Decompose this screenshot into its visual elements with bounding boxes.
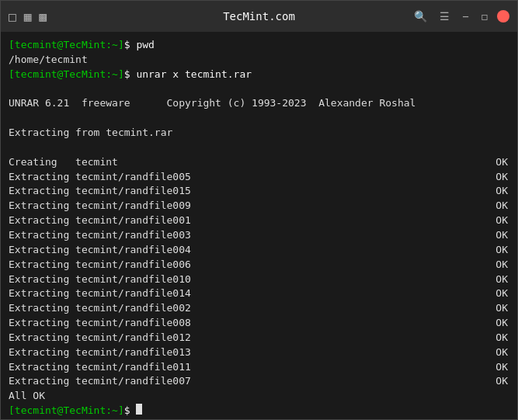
prompt-symbol-1: $ bbox=[124, 38, 137, 53]
extract-empty bbox=[9, 141, 509, 155]
titlebar: □ ▦ ▩ TecMint.com 🔍 ☰ − ◻ ✕ bbox=[1, 1, 517, 32]
prompt-1: [tecmint@TecMint:~] bbox=[9, 38, 124, 53]
table-row: Extracting tecmint/randfile006OK bbox=[9, 258, 509, 272]
unrar-empty-1 bbox=[9, 82, 509, 97]
split-icon[interactable]: ▦ bbox=[24, 9, 32, 24]
search-icon[interactable]: 🔍 bbox=[411, 9, 430, 24]
output-line-1: /home/tecmint bbox=[9, 53, 509, 68]
prompt-line-2: [tecmint@TecMint:~]$ unrar x tecmint.rar bbox=[9, 68, 509, 82]
table-row: Extracting tecmint/randfile002OK bbox=[9, 301, 509, 316]
table-row: Extracting tecmint/randfile009OK bbox=[9, 199, 509, 213]
prompt-2: [tecmint@TecMint:~] bbox=[9, 68, 124, 82]
table-row: Extracting tecmint/randfile004OK bbox=[9, 243, 509, 258]
table-row: Extracting tecmint/randfile011OK bbox=[9, 360, 509, 375]
titlebar-left: □ ▦ ▩ bbox=[9, 9, 47, 24]
final-prompt-line: [tecmint@TecMint:~]$ bbox=[9, 404, 509, 418]
new-tab-icon[interactable]: □ bbox=[9, 9, 16, 24]
cmd-2: unrar x tecmint.rar bbox=[136, 68, 252, 82]
prompt-symbol-2: $ bbox=[124, 68, 137, 82]
table-row: Creating tecmintOK bbox=[9, 155, 509, 170]
table-row: Extracting tecmint/randfile010OK bbox=[9, 272, 509, 287]
maximize-icon[interactable]: ◻ bbox=[478, 9, 491, 24]
menu-icon[interactable]: ☰ bbox=[436, 9, 453, 24]
terminal-window: □ ▦ ▩ TecMint.com 🔍 ☰ − ◻ ✕ [tecmint@Tec… bbox=[0, 0, 518, 420]
unrar-empty-2 bbox=[9, 111, 509, 126]
extracting-from: Extracting from tecmint.rar bbox=[9, 126, 509, 141]
table-row: Extracting tecmint/randfile001OK bbox=[9, 213, 509, 228]
cursor bbox=[136, 404, 142, 415]
table-row: Extracting tecmint/randfile013OK bbox=[9, 345, 509, 360]
settings-icon[interactable]: ▩ bbox=[39, 9, 47, 24]
cmd-1: pwd bbox=[136, 38, 154, 53]
window-title: TecMint.com bbox=[223, 10, 295, 23]
table-row: Extracting tecmint/randfile015OK bbox=[9, 184, 509, 199]
table-row: Extracting tecmint/randfile007OK bbox=[9, 374, 509, 389]
table-row: Extracting tecmint/randfile008OK bbox=[9, 316, 509, 331]
table-row: Extracting tecmint/randfile014OK bbox=[9, 286, 509, 301]
close-icon[interactable]: ✕ bbox=[497, 10, 509, 23]
table-row: Extracting tecmint/randfile003OK bbox=[9, 228, 509, 243]
titlebar-right: 🔍 ☰ − ◻ ✕ bbox=[411, 9, 509, 24]
unrar-header: UNRAR 6.21 freeware Copyright (c) 1993-2… bbox=[9, 96, 509, 111]
final-prompt: [tecmint@TecMint:~] bbox=[9, 404, 124, 418]
minimize-icon[interactable]: − bbox=[459, 9, 471, 24]
extraction-rows: Creating tecmintOKExtracting tecmint/ran… bbox=[9, 155, 509, 390]
terminal-output[interactable]: [tecmint@TecMint:~]$ pwd /home/tecmint [… bbox=[1, 32, 517, 419]
all-ok-line: All OK bbox=[9, 389, 509, 404]
table-row: Extracting tecmint/randfile005OK bbox=[9, 170, 509, 185]
table-row: Extracting tecmint/randfile012OK bbox=[9, 331, 509, 345]
prompt-line-1: [tecmint@TecMint:~]$ pwd bbox=[9, 38, 509, 53]
